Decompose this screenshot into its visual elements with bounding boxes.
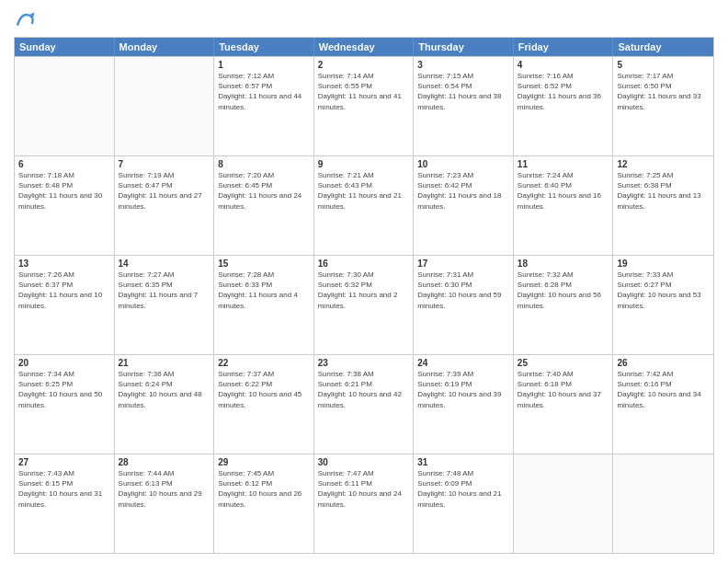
calendar: SundayMondayTuesdayWednesdayThursdayFrid… <box>14 37 714 554</box>
day-number: 3 <box>417 60 509 70</box>
day-info: Sunrise: 7:33 AM Sunset: 6:27 PM Dayligh… <box>617 270 710 311</box>
day-number: 4 <box>518 60 609 70</box>
day-cell-20: 20Sunrise: 7:34 AM Sunset: 6:25 PM Dayli… <box>15 355 115 454</box>
day-number: 18 <box>518 259 609 269</box>
day-number: 31 <box>417 457 509 467</box>
empty-cell <box>514 454 614 553</box>
day-cell-25: 25Sunrise: 7:40 AM Sunset: 6:18 PM Dayli… <box>514 355 614 454</box>
day-cell-11: 11Sunrise: 7:24 AM Sunset: 6:40 PM Dayli… <box>514 156 614 255</box>
logo-icon <box>14 9 36 31</box>
day-cell-21: 21Sunrise: 7:36 AM Sunset: 6:24 PM Dayli… <box>115 355 215 454</box>
day-info: Sunrise: 7:39 AM Sunset: 6:19 PM Dayligh… <box>417 369 509 410</box>
day-number: 26 <box>617 358 710 368</box>
day-header-saturday: Saturday <box>613 38 713 56</box>
day-number: 28 <box>119 457 210 467</box>
day-number: 27 <box>18 457 110 467</box>
day-info: Sunrise: 7:14 AM Sunset: 6:55 PM Dayligh… <box>318 71 410 112</box>
day-cell-4: 4Sunrise: 7:16 AM Sunset: 6:52 PM Daylig… <box>514 57 614 155</box>
day-number: 30 <box>318 457 410 467</box>
day-info: Sunrise: 7:19 AM Sunset: 6:47 PM Dayligh… <box>119 170 210 212</box>
day-number: 1 <box>218 60 310 70</box>
day-info: Sunrise: 7:20 AM Sunset: 6:45 PM Dayligh… <box>218 170 310 212</box>
day-number: 15 <box>218 259 310 269</box>
day-info: Sunrise: 7:21 AM Sunset: 6:43 PM Dayligh… <box>318 170 410 212</box>
week-row-2: 6Sunrise: 7:18 AM Sunset: 6:48 PM Daylig… <box>15 155 713 255</box>
week-row-3: 13Sunrise: 7:26 AM Sunset: 6:37 PM Dayli… <box>15 255 713 354</box>
day-info: Sunrise: 7:15 AM Sunset: 6:54 PM Dayligh… <box>417 71 509 112</box>
day-cell-14: 14Sunrise: 7:27 AM Sunset: 6:35 PM Dayli… <box>115 256 215 354</box>
day-info: Sunrise: 7:30 AM Sunset: 6:32 PM Dayligh… <box>318 270 410 311</box>
day-cell-23: 23Sunrise: 7:38 AM Sunset: 6:21 PM Dayli… <box>314 355 415 454</box>
day-number: 2 <box>318 60 410 70</box>
day-cell-16: 16Sunrise: 7:30 AM Sunset: 6:32 PM Dayli… <box>314 256 415 354</box>
day-cell-2: 2Sunrise: 7:14 AM Sunset: 6:55 PM Daylig… <box>314 57 415 155</box>
day-number: 23 <box>318 358 410 368</box>
day-number: 12 <box>617 159 710 169</box>
day-info: Sunrise: 7:34 AM Sunset: 6:25 PM Dayligh… <box>18 369 110 410</box>
day-info: Sunrise: 7:27 AM Sunset: 6:35 PM Dayligh… <box>119 270 210 311</box>
day-number: 14 <box>119 259 210 269</box>
day-number: 21 <box>119 358 210 368</box>
day-info: Sunrise: 7:12 AM Sunset: 6:57 PM Dayligh… <box>218 71 310 112</box>
day-header-wednesday: Wednesday <box>314 38 415 56</box>
day-cell-12: 12Sunrise: 7:25 AM Sunset: 6:38 PM Dayli… <box>613 156 713 255</box>
day-cell-26: 26Sunrise: 7:42 AM Sunset: 6:16 PM Dayli… <box>613 355 713 454</box>
day-info: Sunrise: 7:36 AM Sunset: 6:24 PM Dayligh… <box>119 369 210 410</box>
day-cell-30: 30Sunrise: 7:47 AM Sunset: 6:11 PM Dayli… <box>314 454 415 553</box>
day-number: 10 <box>417 159 509 169</box>
calendar-body: 1Sunrise: 7:12 AM Sunset: 6:57 PM Daylig… <box>15 56 713 553</box>
day-cell-28: 28Sunrise: 7:44 AM Sunset: 6:13 PM Dayli… <box>115 454 215 553</box>
day-header-friday: Friday <box>514 38 614 56</box>
day-number: 8 <box>218 159 310 169</box>
empty-cell <box>613 454 713 553</box>
day-cell-17: 17Sunrise: 7:31 AM Sunset: 6:30 PM Dayli… <box>414 256 514 354</box>
day-info: Sunrise: 7:16 AM Sunset: 6:52 PM Dayligh… <box>518 71 609 112</box>
day-cell-10: 10Sunrise: 7:23 AM Sunset: 6:42 PM Dayli… <box>414 156 514 255</box>
day-header-sunday: Sunday <box>15 38 115 56</box>
day-cell-27: 27Sunrise: 7:43 AM Sunset: 6:15 PM Dayli… <box>15 454 115 553</box>
day-number: 5 <box>617 60 710 70</box>
day-number: 25 <box>518 358 609 368</box>
day-cell-6: 6Sunrise: 7:18 AM Sunset: 6:48 PM Daylig… <box>15 156 115 255</box>
week-row-1: 1Sunrise: 7:12 AM Sunset: 6:57 PM Daylig… <box>15 56 713 155</box>
day-info: Sunrise: 7:26 AM Sunset: 6:37 PM Dayligh… <box>18 270 110 311</box>
day-info: Sunrise: 7:31 AM Sunset: 6:30 PM Dayligh… <box>417 270 509 311</box>
header <box>14 9 714 31</box>
day-header-thursday: Thursday <box>414 38 514 56</box>
day-cell-22: 22Sunrise: 7:37 AM Sunset: 6:22 PM Dayli… <box>214 355 314 454</box>
day-cell-18: 18Sunrise: 7:32 AM Sunset: 6:28 PM Dayli… <box>514 256 614 354</box>
day-cell-8: 8Sunrise: 7:20 AM Sunset: 6:45 PM Daylig… <box>214 156 314 255</box>
calendar-header: SundayMondayTuesdayWednesdayThursdayFrid… <box>15 38 713 56</box>
day-cell-7: 7Sunrise: 7:19 AM Sunset: 6:47 PM Daylig… <box>115 156 215 255</box>
day-cell-19: 19Sunrise: 7:33 AM Sunset: 6:27 PM Dayli… <box>613 256 713 354</box>
day-cell-5: 5Sunrise: 7:17 AM Sunset: 6:50 PM Daylig… <box>613 57 713 155</box>
day-info: Sunrise: 7:23 AM Sunset: 6:42 PM Dayligh… <box>417 170 509 212</box>
day-number: 11 <box>518 159 609 169</box>
day-info: Sunrise: 7:17 AM Sunset: 6:50 PM Dayligh… <box>617 71 710 112</box>
day-cell-29: 29Sunrise: 7:45 AM Sunset: 6:12 PM Dayli… <box>214 454 314 553</box>
week-row-5: 27Sunrise: 7:43 AM Sunset: 6:15 PM Dayli… <box>15 454 713 553</box>
day-number: 9 <box>318 159 410 169</box>
day-info: Sunrise: 7:47 AM Sunset: 6:11 PM Dayligh… <box>318 468 410 510</box>
day-info: Sunrise: 7:40 AM Sunset: 6:18 PM Dayligh… <box>518 369 609 410</box>
day-number: 16 <box>318 259 410 269</box>
day-number: 7 <box>119 159 210 169</box>
day-header-tuesday: Tuesday <box>214 38 314 56</box>
day-info: Sunrise: 7:42 AM Sunset: 6:16 PM Dayligh… <box>617 369 710 410</box>
day-info: Sunrise: 7:38 AM Sunset: 6:21 PM Dayligh… <box>318 369 410 410</box>
page: SundayMondayTuesdayWednesdayThursdayFrid… <box>0 0 728 563</box>
day-number: 13 <box>18 259 110 269</box>
day-info: Sunrise: 7:18 AM Sunset: 6:48 PM Dayligh… <box>18 170 110 212</box>
logo <box>14 9 40 31</box>
day-number: 20 <box>18 358 110 368</box>
day-info: Sunrise: 7:45 AM Sunset: 6:12 PM Dayligh… <box>218 468 310 510</box>
day-info: Sunrise: 7:25 AM Sunset: 6:38 PM Dayligh… <box>617 170 710 212</box>
day-number: 19 <box>617 259 710 269</box>
day-number: 22 <box>218 358 310 368</box>
day-number: 29 <box>218 457 310 467</box>
day-cell-24: 24Sunrise: 7:39 AM Sunset: 6:19 PM Dayli… <box>414 355 514 454</box>
day-number: 17 <box>417 259 509 269</box>
day-cell-31: 31Sunrise: 7:48 AM Sunset: 6:09 PM Dayli… <box>414 454 514 553</box>
day-info: Sunrise: 7:43 AM Sunset: 6:15 PM Dayligh… <box>18 468 110 510</box>
day-cell-15: 15Sunrise: 7:28 AM Sunset: 6:33 PM Dayli… <box>214 256 314 354</box>
